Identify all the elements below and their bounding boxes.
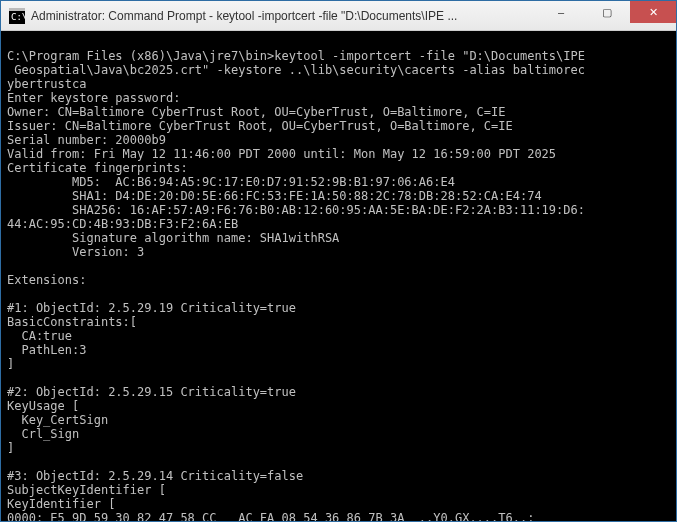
console-line: SHA256: 16:AF:57:A9:F6:76:B0:AB:12:60:95… [7,203,670,217]
console-output[interactable]: C:\Program Files (x86)\Java\jre7\bin>key… [1,31,676,521]
console-line: C:\Program Files (x86)\Java\jre7\bin>key… [7,49,670,63]
console-line: 0000: E5 9D 59 30 82 47 58 CC AC FA 08 5… [7,511,670,521]
console-line: #2: ObjectId: 2.5.29.15 Criticality=true [7,385,670,399]
console-line: Crl_Sign [7,427,670,441]
svg-text:C:\: C:\ [11,12,25,22]
console-line: Extensions: [7,273,670,287]
minimize-button[interactable]: – [538,1,584,23]
console-line: Certificate fingerprints: [7,161,670,175]
svg-rect-1 [9,8,25,11]
console-line [7,455,670,469]
console-line: Enter keystore password: [7,91,670,105]
console-line: SHA1: D4:DE:20:D0:5E:66:FC:53:FE:1A:50:8… [7,189,670,203]
maximize-button[interactable]: ▢ [584,1,630,23]
console-line: Serial number: 20000b9 [7,133,670,147]
console-line [7,287,670,301]
console-line: 44:AC:95:CD:4B:93:DB:F3:F2:6A:EB [7,217,670,231]
titlebar[interactable]: C:\ Administrator: Command Prompt - keyt… [1,1,676,31]
console-line: Key_CertSign [7,413,670,427]
cmd-icon: C:\ [9,8,25,24]
console-line: Valid from: Fri May 12 11:46:00 PDT 2000… [7,147,670,161]
console-line: Signature algorithm name: SHA1withRSA [7,231,670,245]
console-line: Version: 3 [7,245,670,259]
console-line: BasicConstraints:[ [7,315,670,329]
console-line: PathLen:3 [7,343,670,357]
console-line: ] [7,357,670,371]
console-line: Issuer: CN=Baltimore CyberTrust Root, OU… [7,119,670,133]
console-line: Owner: CN=Baltimore CyberTrust Root, OU=… [7,105,670,119]
console-line: #3: ObjectId: 2.5.29.14 Criticality=fals… [7,469,670,483]
console-line: KeyIdentifier [ [7,497,670,511]
console-line: Geospatial\Java\bc2025.crt" -keystore ..… [7,63,670,77]
console-line [7,35,670,49]
console-line [7,259,670,273]
window-title: Administrator: Command Prompt - keytool … [31,9,538,23]
console-line: CA:true [7,329,670,343]
console-line: #1: ObjectId: 2.5.29.19 Criticality=true [7,301,670,315]
window-controls: – ▢ ✕ [538,1,676,30]
console-line [7,371,670,385]
console-line: ] [7,441,670,455]
close-button[interactable]: ✕ [630,1,676,23]
window-frame: C:\ Administrator: Command Prompt - keyt… [0,0,677,522]
console-line: ybertrustca [7,77,670,91]
console-line: MD5: AC:B6:94:A5:9C:17:E0:D7:91:52:9B:B1… [7,175,670,189]
console-line: SubjectKeyIdentifier [ [7,483,670,497]
console-line: KeyUsage [ [7,399,670,413]
